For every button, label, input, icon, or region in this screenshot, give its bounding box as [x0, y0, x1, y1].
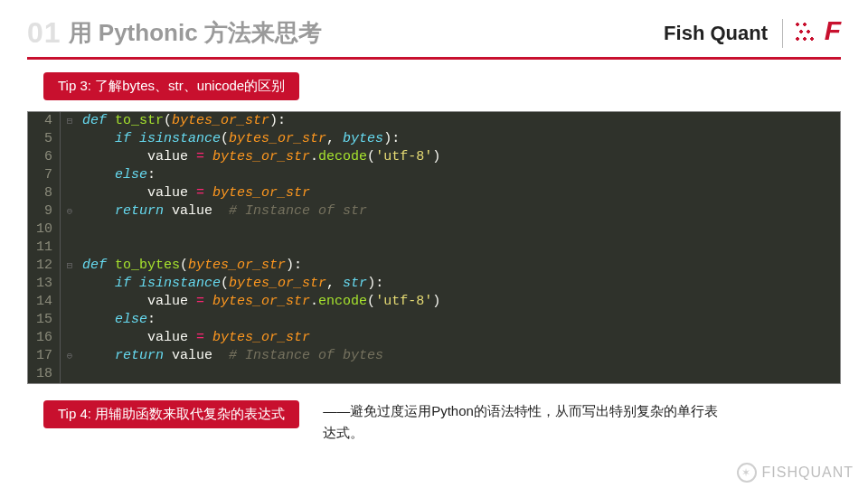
watermark-text: FISHQUANT [762, 465, 854, 481]
tip3-badge: Tip 3: 了解bytes、str、unicode的区别 [43, 72, 299, 100]
code-line: 18 [28, 365, 840, 383]
code-line: 10 [28, 221, 840, 239]
tip4-row: Tip 4: 用辅助函数来取代复杂的表达式 ——避免过度运用Python的语法特… [27, 400, 841, 444]
header-rule [27, 57, 841, 60]
wechat-icon: ✶ [737, 463, 757, 483]
code-line: 11 [28, 239, 840, 257]
code-line: 9⊖ return value # Instance of str [28, 202, 840, 221]
code-line: 5 if isinstance(bytes_or_str, bytes): [28, 130, 840, 148]
slide-header: 01 用 Pythonic 方法来思考 Fish Quant F [0, 0, 868, 57]
brand-block: Fish Quant F [664, 19, 841, 48]
code-line: 14 value = bytes_or_str.encode('utf-8') [28, 293, 840, 311]
code-line: 7 else: [28, 166, 840, 184]
brand-divider [782, 19, 783, 48]
watermark: ✶ FISHQUANT [737, 463, 854, 483]
code-line: 13 if isinstance(bytes_or_str, str): [28, 275, 840, 293]
chapter-title: 用 Pythonic 方法来思考 [69, 17, 322, 49]
code-line: 12⊟def to_bytes(bytes_or_str): [28, 257, 840, 275]
tip4-badge: Tip 4: 用辅助函数来取代复杂的表达式 [43, 400, 299, 428]
brand-name: Fish Quant [664, 22, 768, 45]
code-line: 17⊖ return value # Instance of bytes [28, 347, 840, 365]
code-line: 6 value = bytes_or_str.decode('utf-8') [28, 148, 840, 166]
brand-logo-icon: F [797, 19, 841, 48]
chapter-number: 01 [27, 16, 61, 50]
code-line: 16 value = bytes_or_str [28, 329, 840, 347]
tip4-description: ——避免过度运用Python的语法特性，从而写出特别复杂的单行表达式。 [323, 400, 721, 444]
code-block: 4⊟def to_str(bytes_or_str):5 if isinstan… [27, 111, 841, 384]
code-line: 4⊟def to_str(bytes_or_str): [28, 112, 840, 130]
code-line: 8 value = bytes_or_str [28, 184, 840, 202]
code-line: 15 else: [28, 311, 840, 329]
